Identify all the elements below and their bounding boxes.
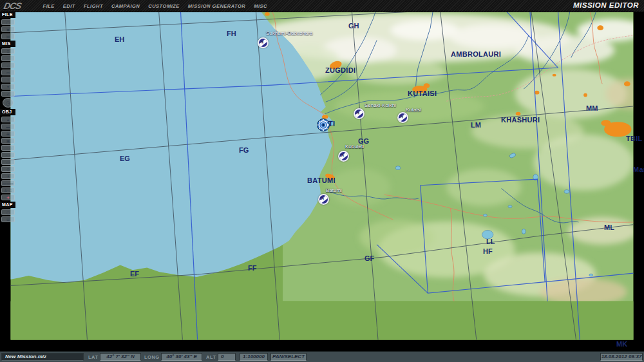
- menu-item-edit[interactable]: EDIT: [63, 3, 75, 9]
- file-save-button[interactable]: ▤: [1, 33, 15, 39]
- obj-tool-9-icon: ✈: [6, 175, 10, 178]
- mission-name-field: New Mission.miz: [1, 353, 84, 361]
- mis-tool-5-button[interactable]: ▫: [1, 77, 15, 82]
- obj-tool-6-icon: -◌-: [6, 153, 11, 157]
- obj-tool-2-icon: ▬: [6, 125, 10, 129]
- map-scale-field[interactable]: 1:100000: [240, 353, 268, 361]
- black-sea: [11, 12, 333, 283]
- mis-tool-2-icon: ◌: [7, 57, 10, 61]
- map-tool-1-button[interactable]: ◻: [1, 209, 15, 215]
- mission-editor-title: MISSION EDITOR: [573, 1, 639, 9]
- map-tool-2-icon: ⊞: [6, 218, 10, 222]
- obj-template-button[interactable]: Δ○□: [1, 187, 15, 193]
- menu-bar: DCS FILEEDITFLIGHTCAMPAIGNCUSTOMIZEMISSI…: [0, 0, 644, 12]
- mis-tool-7-button[interactable]: ✓: [1, 91, 15, 97]
- obj-pink-icon: ✈: [6, 196, 10, 200]
- obj-tool-4-button[interactable]: ▣: [1, 138, 15, 144]
- airport-icon-sukhumi-babushara[interactable]: [258, 37, 269, 48]
- map-canvas[interactable]: EHFHGHEGFGGGEFFFGFHFLLLMMMMLMK ZUGDIDIKU…: [0, 12, 644, 351]
- mis-tool-4-icon: ▭: [6, 71, 10, 75]
- airport-icon-senaki-kolkhi[interactable]: [354, 108, 365, 119]
- mis-tool-7-icon: ✓: [6, 92, 10, 96]
- mis-tool-5-icon: ▫: [7, 78, 8, 82]
- file-new-icon: ▢: [6, 21, 10, 24]
- obj-tool-9-button[interactable]: ✈: [1, 173, 15, 179]
- mis-tool-6-button[interactable]: ▾: [1, 84, 15, 90]
- lat-value-field: 42° 7' 32" N: [100, 353, 141, 361]
- sidebar-section-file: FILE: [0, 12, 15, 18]
- obj-tool-8-button[interactable]: ⊙: [1, 166, 15, 172]
- sidebar-section-obj: OBJ: [0, 109, 15, 115]
- sidebar: FILE▢▣▤MIS≡◌◇▭▫▾✓◷OBJ▲▬⛴▣◌◌◌-◌-▭⊙✈▭▭▭Δ○□…: [0, 12, 17, 224]
- map-tool-2-button[interactable]: ⊞: [1, 216, 15, 222]
- mis-tool-4-button[interactable]: ▭: [1, 70, 15, 75]
- file-new-button[interactable]: ▢: [1, 19, 15, 25]
- obj-tool-6-button[interactable]: -◌-: [1, 152, 15, 158]
- menu-item-campaign[interactable]: CAMPAIGN: [111, 3, 140, 9]
- menu-items: FILEEDITFLIGHTCAMPAIGNCUSTOMIZEMISSION G…: [43, 3, 267, 9]
- mis-tool-1-button[interactable]: ≡: [1, 48, 15, 54]
- menu-item-file[interactable]: FILE: [43, 3, 55, 9]
- map-terrain: [0, 12, 644, 351]
- map-tool-1-icon: ◻: [6, 211, 10, 214]
- obj-tool-1-icon: ▲: [6, 118, 10, 122]
- airport-icon-batumi[interactable]: [318, 194, 329, 205]
- airport-icon-kutaisi[interactable]: [397, 112, 408, 123]
- obj-template-icon: Δ○□: [5, 189, 12, 193]
- mis-tool-6-icon: ▾: [7, 85, 9, 89]
- sidebar-section-mis: MIS: [0, 41, 15, 47]
- file-open-icon: ▣: [6, 28, 10, 32]
- menu-item-customize[interactable]: CUSTOMIZE: [148, 3, 180, 9]
- lat-label: LAT: [88, 354, 99, 360]
- obj-tool-2-button[interactable]: ▬: [1, 124, 15, 129]
- sidebar-section-map: MAP: [0, 202, 15, 208]
- menu-item-mission-generator[interactable]: MISSION GENERATOR: [188, 3, 245, 9]
- mis-tool-1-icon: ≡: [7, 50, 10, 53]
- obj-tool-3-icon: ⛴: [6, 132, 10, 136]
- mode-field[interactable]: PAN/SELECT: [270, 353, 307, 361]
- alt-value-field: 0: [218, 353, 236, 361]
- status-bar: New Mission.miz LAT 42° 7' 32" N LONG 40…: [0, 351, 644, 362]
- obj-tool-3-button[interactable]: ⛴: [1, 131, 15, 137]
- datetime-field: 18.08.2012 09:37: [600, 353, 643, 361]
- mis-tool-3-icon: ◇: [6, 64, 10, 68]
- obj-tool-7-icon: ▭: [6, 160, 10, 164]
- long-value-field: 40° 30' 43" E: [161, 353, 202, 361]
- obj-pink-button[interactable]: ✈: [1, 195, 15, 200]
- obj-tool-10-icon: ▭▭▭: [3, 182, 14, 186]
- menu-item-misc[interactable]: MISC: [254, 3, 267, 9]
- file-save-icon: ▤: [6, 35, 10, 39]
- obj-tool-1-button[interactable]: ▲: [1, 117, 15, 122]
- obj-tool-4-icon: ▣: [6, 139, 10, 143]
- obj-tool-5-icon: ◌◌◌: [5, 146, 12, 150]
- obj-tool-8-icon: ⊙: [6, 167, 10, 171]
- selected-airport-icon-poti[interactable]: [316, 118, 330, 132]
- airport-icon-kobuleti[interactable]: [338, 151, 349, 162]
- menu-item-flight[interactable]: FLIGHT: [84, 3, 103, 9]
- mis-tool-2-button[interactable]: ◌: [1, 55, 15, 61]
- mis-tool-3-button[interactable]: ◇: [1, 62, 15, 68]
- dcs-logo: DCS: [3, 1, 22, 11]
- mis-clock-button[interactable]: ◷: [3, 98, 14, 108]
- obj-tool-10-button[interactable]: ▭▭▭: [1, 180, 15, 186]
- long-label: LONG: [144, 354, 160, 360]
- obj-tool-5-button[interactable]: ◌◌◌: [1, 145, 15, 151]
- file-open-button[interactable]: ▣: [1, 26, 15, 32]
- mis-clock-icon: ◷: [6, 101, 11, 105]
- obj-tool-7-button[interactable]: ▭: [1, 159, 15, 165]
- alt-label: ALT: [206, 354, 216, 360]
